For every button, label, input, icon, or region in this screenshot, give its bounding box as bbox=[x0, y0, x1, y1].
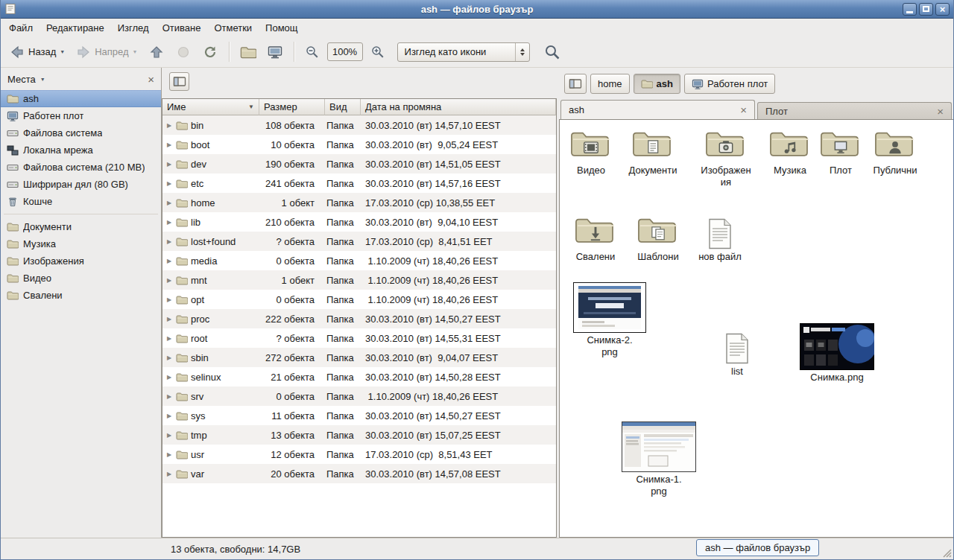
icon-view-item-10[interactable]: list bbox=[706, 333, 768, 378]
table-row[interactable]: ▶ proc 222 обекта Папка 30.03.2010 (вт) … bbox=[162, 309, 556, 328]
menu-item-2[interactable]: Изглед bbox=[111, 19, 156, 36]
titlebar[interactable]: ash — файлов браузър × bbox=[1, 0, 953, 19]
icon-view-item-11[interactable]: Снимка.png bbox=[806, 323, 868, 384]
expander-icon[interactable]: ▶ bbox=[165, 316, 173, 322]
pathbar-pane-button[interactable] bbox=[564, 74, 587, 94]
icon-view-item-9[interactable]: Снимка-2. png bbox=[578, 282, 641, 357]
menu-item-4[interactable]: Отметки bbox=[207, 19, 259, 36]
sidebar-item-10[interactable]: Изображения bbox=[1, 252, 161, 270]
places-title[interactable]: Места bbox=[7, 74, 36, 85]
path-button-2[interactable]: Работен плот bbox=[684, 74, 775, 94]
expander-icon[interactable]: ▶ bbox=[165, 161, 173, 168]
table-row[interactable]: ▶ opt 0 обекта Папка 1.10.2009 (чт) 18,4… bbox=[162, 290, 556, 309]
table-row[interactable]: ▶ lib 210 обекта Папка 30.03.2010 (вт) 9… bbox=[162, 212, 556, 232]
chevron-down-icon[interactable]: ▼ bbox=[40, 77, 45, 82]
menu-item-0[interactable]: Файл bbox=[2, 19, 40, 36]
table-row[interactable]: ▶ tmp 13 обекта Папка 30.03.2010 (вт) 15… bbox=[162, 425, 556, 445]
sidebar-item-12[interactable]: Свалени bbox=[1, 287, 161, 304]
sidebar-item-1[interactable]: Работен плот bbox=[1, 107, 161, 124]
zoom-level[interactable]: 100% bbox=[327, 42, 363, 61]
reload-button[interactable] bbox=[198, 41, 223, 63]
table-row[interactable]: ▶ home 1 обект Папка 17.03.2010 (ср) 10,… bbox=[162, 193, 556, 212]
icon-view-item-12[interactable]: Снимка-1. png bbox=[628, 421, 690, 497]
expander-icon[interactable]: ▶ bbox=[165, 393, 173, 400]
expander-icon[interactable]: ▶ bbox=[165, 180, 173, 187]
icon-view-item-5[interactable]: Публични bbox=[864, 129, 926, 176]
expander-icon[interactable]: ▶ bbox=[165, 296, 173, 303]
table-row[interactable]: ▶ sys 11 обекта Папка 30.03.2010 (вт) 14… bbox=[162, 406, 556, 425]
path-button-1[interactable]: ash bbox=[634, 74, 680, 94]
expander-icon[interactable]: ▶ bbox=[165, 141, 173, 148]
sidebar-item-9[interactable]: Музика bbox=[1, 235, 161, 252]
back-button[interactable]: Назад ▼ bbox=[4, 41, 69, 63]
expander-icon[interactable]: ▶ bbox=[165, 200, 173, 206]
close-tab-icon[interactable]: × bbox=[740, 104, 747, 115]
expander-icon[interactable]: ▶ bbox=[165, 122, 173, 129]
close-tab-icon[interactable]: × bbox=[937, 106, 944, 117]
expander-icon[interactable]: ▶ bbox=[165, 432, 173, 439]
spinner-arrows-icon[interactable] bbox=[515, 43, 529, 61]
column-header-3[interactable]: Дата на промяна bbox=[361, 99, 556, 115]
resize-grip[interactable] bbox=[942, 548, 952, 558]
table-row[interactable]: ▶ usr 12 обекта Папка 17.03.2010 (ср) 8,… bbox=[162, 445, 556, 464]
close-button[interactable]: × bbox=[935, 3, 950, 16]
tab-1[interactable]: Плот × bbox=[757, 102, 952, 119]
icon-view-item-2[interactable]: Изображен ия bbox=[695, 129, 757, 188]
forward-button[interactable]: Напред ▼ bbox=[71, 41, 142, 63]
menu-item-3[interactable]: Отиване bbox=[156, 19, 208, 36]
home-button[interactable] bbox=[236, 42, 261, 62]
tab-0[interactable]: ash × bbox=[560, 100, 755, 119]
zoom-out-button[interactable] bbox=[300, 42, 324, 63]
expander-icon[interactable]: ▶ bbox=[165, 451, 173, 458]
icon-view-item-8[interactable]: нов файл bbox=[689, 218, 751, 263]
table-row[interactable]: ▶ boot 10 обекта Папка 30.03.2010 (вт) 9… bbox=[162, 135, 556, 154]
table-row[interactable]: ▶ srv 0 обекта Папка 1.10.2009 (чт) 18,4… bbox=[162, 386, 556, 406]
stop-button[interactable] bbox=[171, 41, 196, 63]
sidebar-item-2[interactable]: Файлова система bbox=[1, 124, 161, 141]
view-mode-select[interactable]: Изглед като икони bbox=[397, 42, 530, 62]
table-row[interactable]: ▶ root ? обекта Папка 30.03.2010 (вт) 14… bbox=[162, 328, 556, 348]
icon-view-item-6[interactable]: Свалени bbox=[564, 215, 627, 263]
sidebar-item-4[interactable]: Файлова система (210 MB) bbox=[1, 159, 161, 176]
pane-button[interactable] bbox=[169, 72, 189, 91]
search-button[interactable] bbox=[539, 40, 566, 64]
table-row[interactable]: ▶ lost+found ? обекта Папка 17.03.2010 (… bbox=[162, 232, 556, 251]
column-header-0[interactable]: Име▼ bbox=[162, 99, 259, 115]
sidebar-item-3[interactable]: Локална мрежа bbox=[1, 141, 161, 159]
computer-button[interactable] bbox=[262, 41, 288, 63]
table-row[interactable]: ▶ mnt 1 обект Папка 1.10.2009 (чт) 18,40… bbox=[162, 270, 556, 290]
expander-icon[interactable]: ▶ bbox=[165, 374, 173, 381]
column-header-2[interactable]: Вид bbox=[325, 99, 361, 115]
icon-view-item-4[interactable]: Плот bbox=[809, 129, 872, 176]
sidebar-item-8[interactable]: Документи bbox=[1, 218, 161, 235]
table-row[interactable]: ▶ dev 190 обекта Папка 30.03.2010 (вт) 1… bbox=[162, 154, 556, 174]
sidebar-item-11[interactable]: Видео bbox=[1, 270, 161, 287]
table-row[interactable]: ▶ bin 108 обекта Папка 30.03.2010 (вт) 1… bbox=[162, 115, 556, 135]
sidebar-item-6[interactable]: Кошче bbox=[1, 193, 161, 210]
expander-icon[interactable]: ▶ bbox=[165, 354, 173, 361]
menu-item-1[interactable]: Редактиране bbox=[40, 19, 111, 36]
icon-view-item-1[interactable]: Документи bbox=[622, 129, 684, 176]
expander-icon[interactable]: ▶ bbox=[165, 238, 173, 245]
menu-item-5[interactable]: Помощ bbox=[259, 19, 304, 36]
expander-icon[interactable]: ▶ bbox=[165, 471, 173, 477]
up-button[interactable] bbox=[144, 41, 169, 63]
sidebar-item-0[interactable]: ash bbox=[1, 90, 161, 107]
path-button-0[interactable]: home bbox=[590, 74, 630, 94]
icon-view-item-0[interactable]: Видео bbox=[560, 129, 622, 176]
expander-icon[interactable]: ▶ bbox=[165, 413, 173, 419]
column-header-1[interactable]: Размер bbox=[259, 99, 325, 115]
expander-icon[interactable]: ▶ bbox=[165, 219, 173, 226]
expander-icon[interactable]: ▶ bbox=[165, 258, 173, 264]
table-row[interactable]: ▶ sbin 272 обекта Папка 30.03.2010 (вт) … bbox=[162, 348, 556, 367]
chevron-down-icon[interactable]: ▼ bbox=[60, 49, 65, 54]
minimize-button[interactable] bbox=[903, 3, 917, 16]
maximize-button[interactable] bbox=[919, 3, 933, 16]
table-row[interactable]: ▶ etc 241 обекта Папка 30.03.2010 (вт) 1… bbox=[162, 174, 556, 193]
icon-view-item-7[interactable]: Шаблони bbox=[627, 215, 689, 263]
table-row[interactable]: ▶ var 20 обекта Папка 30.03.2010 (вт) 14… bbox=[162, 464, 556, 483]
table-row[interactable]: ▶ media 0 обекта Папка 1.10.2009 (чт) 18… bbox=[162, 251, 556, 270]
sidebar-close-icon[interactable]: × bbox=[148, 74, 154, 85]
sidebar-item-5[interactable]: Шифриран дял (80 GB) bbox=[1, 176, 161, 193]
expander-icon[interactable]: ▶ bbox=[165, 335, 173, 342]
